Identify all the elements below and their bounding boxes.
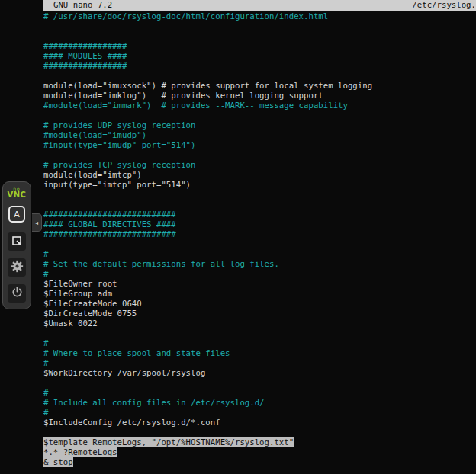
terminal-line: #### GLOBAL DIRECTIVES #### — [43, 219, 476, 229]
selected-text: & stop — [43, 457, 73, 467]
terminal-line: # — [43, 388, 476, 398]
terminal-line — [43, 200, 476, 210]
terminal-line: # Include all config files in /etc/rsysl… — [43, 398, 476, 408]
terminal-line: & stop — [43, 457, 476, 467]
terminal-line: # Set the default permissions for all lo… — [43, 259, 476, 269]
power-icon — [11, 287, 23, 300]
power-button[interactable] — [8, 284, 26, 303]
terminal-line: module(load="imuxsock") # provides suppo… — [43, 81, 476, 91]
terminal-line — [43, 190, 476, 200]
terminal-line — [43, 378, 476, 388]
terminal-line: #module(load="imudp") — [43, 130, 476, 140]
terminal-line — [43, 21, 476, 31]
vnc-screen: no VNC A — [0, 0, 476, 474]
terminal-line: $FileOwner root — [43, 279, 476, 289]
terminal-line: # — [43, 358, 476, 368]
terminal-line: module(load="imklog") # provides kernel … — [43, 91, 476, 101]
terminal-line — [43, 31, 476, 41]
settings-button[interactable] — [8, 258, 26, 277]
terminal-line: ########################### — [43, 210, 476, 219]
novnc-logo-vnc: VNC — [8, 191, 27, 199]
nano-file-path: /etc/rsyslog. — [412, 0, 476, 11]
terminal-line: # Where to place spool and state files — [43, 348, 476, 358]
terminal-line: $FileCreateMode 0640 — [43, 299, 476, 309]
terminal-line — [43, 239, 476, 249]
terminal-line: ################# — [43, 61, 476, 71]
selected-text: $template RemoteLogs, "/opt/%HOSTNAME%/r… — [43, 437, 294, 447]
terminal-line — [43, 150, 476, 160]
terminal-line — [43, 71, 476, 81]
chevron-left-icon: ◂ — [35, 219, 38, 226]
terminal-line — [43, 328, 476, 338]
terminal-line: ########################### — [43, 229, 476, 239]
terminal-line: ################# — [43, 41, 476, 51]
terminal-line: # — [43, 269, 476, 279]
terminal-line: # provides TCP syslog reception — [43, 160, 476, 170]
terminal-line: # — [43, 338, 476, 348]
terminal-line: $Umask 0022 — [43, 319, 476, 328]
terminal-line: # provides UDP syslog reception — [43, 120, 476, 130]
toolbar-handle[interactable]: ◂ — [32, 213, 42, 232]
clipboard-button[interactable]: A — [8, 206, 25, 223]
fullscreen-button[interactable] — [8, 232, 26, 251]
terminal-line: $template RemoteLogs, "/opt/%HOSTNAME%/r… — [43, 437, 476, 447]
terminal-line: # /usr/share/doc/rsyslog-doc/html/config… — [43, 11, 476, 21]
terminal-line: $IncludeConfig /etc/rsyslog.d/*.conf — [43, 418, 476, 428]
vnc-toolbar: no VNC A — [2, 181, 31, 309]
terminal-line: input(type="imtcp" port="514") — [43, 180, 476, 190]
terminal-line: module(load="imtcp") — [43, 170, 476, 180]
terminal-line: #module(load="immark") # provides --MARK… — [43, 101, 476, 110]
terminal-line: $WorkDirectory /var/spool/rsyslog — [43, 368, 476, 378]
terminal-line: # — [43, 408, 476, 418]
nano-app-title: GNU nano 7.2 — [53, 0, 112, 11]
terminal-line: # — [43, 249, 476, 259]
clipboard-icon: A — [14, 210, 20, 219]
terminal-line: *.* ?RemoteLogs — [43, 447, 476, 457]
selected-text: *.* ?RemoteLogs — [43, 447, 117, 457]
terminal-line: #input(type="imudp" port="514") — [43, 140, 476, 150]
terminal-line — [43, 428, 476, 437]
novnc-logo: no VNC — [8, 187, 27, 199]
nano-titlebar: GNU nano 7.2 /etc/rsyslog. — [43, 0, 476, 11]
terminal-line — [43, 110, 476, 120]
terminal-line: $FileGroup adm — [43, 289, 476, 299]
nano-editor-buffer[interactable]: # /usr/share/doc/rsyslog-doc/html/config… — [43, 11, 476, 467]
terminal-window[interactable]: GNU nano 7.2 /etc/rsyslog. # /usr/share/… — [43, 0, 476, 474]
fullscreen-icon — [11, 235, 22, 248]
terminal-line: $DirCreateMode 0755 — [43, 309, 476, 319]
terminal-line: #### MODULES #### — [43, 51, 476, 61]
gear-icon — [11, 260, 24, 275]
